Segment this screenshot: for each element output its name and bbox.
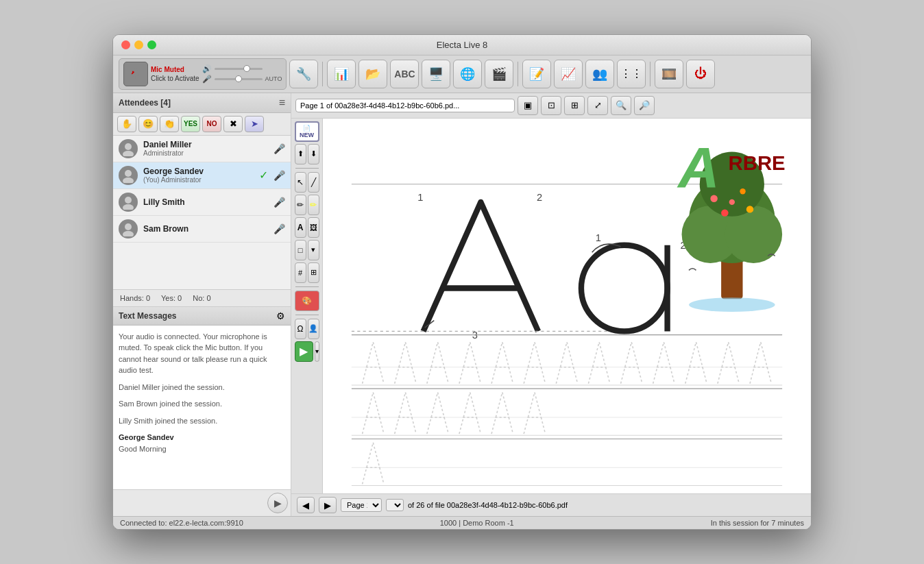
- auto-label: AUTO: [265, 75, 282, 82]
- new-tool-row: 📄 NEW: [295, 121, 319, 142]
- attendee-row[interactable]: Daniel Miller Administrator 🎤: [113, 136, 291, 162]
- line-tool[interactable]: ╱: [308, 172, 319, 193]
- chat-settings-icon[interactable]: ⚙: [276, 310, 285, 321]
- attendee-info: Lilly Smith: [143, 197, 268, 207]
- text-button[interactable]: ABC: [390, 60, 419, 88]
- toolbar-sep-3: [650, 62, 651, 86]
- attendee-row[interactable]: Sam Brown 🎤: [113, 216, 291, 243]
- close-button[interactable]: [121, 40, 130, 49]
- stats-button[interactable]: 📈: [554, 60, 583, 88]
- video-button[interactable]: 🎬: [485, 60, 513, 88]
- yes-stat: Yes: 0: [161, 294, 182, 302]
- emoji-button[interactable]: 😊: [138, 116, 158, 132]
- page-select[interactable]: Page 1 of 00a28e3f-4d48-4b12-b9bc-60b6.p…: [295, 99, 515, 112]
- activities-button[interactable]: ⋮⋮: [617, 60, 646, 88]
- speaker-slider[interactable]: [215, 68, 263, 70]
- attendees-menu-icon[interactable]: ≡: [279, 97, 285, 109]
- media-button[interactable]: 🎞️: [655, 60, 683, 88]
- body-area: Attendees [4] ≡ ✋ 😊 👏 YES NO ✖ ➤: [113, 93, 811, 516]
- wb-zoomout-btn[interactable]: 🔎: [634, 96, 655, 115]
- notes-button[interactable]: 📝: [522, 60, 551, 88]
- folder-button[interactable]: 📂: [358, 60, 387, 88]
- draw-row: ✏ ✏: [295, 195, 319, 215]
- new-button[interactable]: 📄 NEW: [295, 121, 319, 142]
- color-tool[interactable]: 🎨: [295, 291, 319, 311]
- attendee-name: Sam Brown: [143, 224, 268, 234]
- wb-view-btn[interactable]: ▣: [518, 96, 538, 115]
- session-time: In this session for 7 minutes: [711, 519, 804, 527]
- screen-button[interactable]: 🖥️: [422, 60, 450, 88]
- chat-sender: George Sandev: [119, 432, 285, 443]
- omega-tool[interactable]: Ω: [295, 319, 306, 339]
- sidebar: Attendees [4] ≡ ✋ 😊 👏 YES NO ✖ ➤: [113, 93, 291, 516]
- charts-button[interactable]: 📊: [327, 60, 356, 88]
- avatar-tool[interactable]: 👤: [308, 319, 319, 339]
- web-button[interactable]: 🌐: [453, 60, 482, 88]
- table-tool[interactable]: ⊞: [308, 262, 319, 283]
- hands-stat: Hands: 0: [120, 294, 150, 302]
- attendee-row[interactable]: Lilly Smith 🎤: [113, 189, 291, 216]
- toolbar-sep-2: [518, 62, 518, 86]
- grid-tool[interactable]: #: [295, 262, 306, 283]
- attendees-actions: ✋ 😊 👏 YES NO ✖ ➤: [113, 113, 291, 136]
- raise-hand-button[interactable]: ✋: [117, 116, 136, 132]
- wb-zoom-btn[interactable]: 🔍: [611, 96, 631, 115]
- arrow-button[interactable]: ➤: [245, 116, 264, 132]
- window-title: Electa Live 8: [437, 40, 487, 50]
- play-button[interactable]: ▶: [295, 341, 313, 362]
- wb-split-btn[interactable]: ⊞: [564, 96, 585, 115]
- mic-icon: 🎤: [273, 143, 285, 154]
- users-button[interactable]: 👥: [585, 60, 614, 88]
- mic-status-text: Mic Muted Click to Activate: [151, 65, 199, 83]
- no-button[interactable]: NO: [202, 116, 221, 132]
- svg-point-31: [710, 195, 717, 201]
- pencil-tool[interactable]: ✏: [295, 195, 306, 215]
- svg-text:A: A: [677, 136, 719, 200]
- list-item: George Sandev Good Morning: [119, 432, 285, 454]
- next-page-button[interactable]: ▶: [319, 497, 337, 513]
- wb-nav-bar: ◀ ▶ Page 1 of 26 of file 00a28e3f-4d48-4…: [291, 493, 811, 516]
- yes-button[interactable]: YES: [181, 116, 200, 132]
- delete-button[interactable]: ⬇: [308, 144, 319, 164]
- prev-page-button[interactable]: ◀: [297, 497, 315, 513]
- text-tool[interactable]: A: [295, 217, 306, 238]
- settings-button[interactable]: 🔧: [289, 60, 318, 88]
- wb-expand-btn[interactable]: ⤢: [587, 96, 608, 115]
- page-number-select[interactable]: Page 1: [341, 498, 382, 512]
- clap-button[interactable]: 👏: [160, 116, 179, 132]
- mic-slider[interactable]: [215, 78, 263, 80]
- minimize-button[interactable]: [134, 40, 143, 49]
- svg-point-35: [729, 199, 735, 204]
- highlight-tool[interactable]: ✏: [308, 195, 319, 215]
- svg-line-4: [132, 71, 134, 73]
- wb-fit-btn[interactable]: ⊡: [541, 96, 561, 115]
- maximize-button[interactable]: [147, 40, 156, 49]
- select-row: ↖ ╱: [295, 172, 319, 193]
- mic-click-label: Click to Activate: [151, 74, 199, 83]
- text-messages-title: Text Messages: [119, 311, 177, 321]
- rect-tool[interactable]: □: [295, 240, 306, 260]
- svg-point-34: [746, 206, 753, 212]
- svg-rect-0: [134, 68, 138, 75]
- power-button[interactable]: ⏻: [686, 60, 715, 88]
- toolbar-sep-1: [322, 62, 323, 86]
- image-tool[interactable]: 🖼: [308, 217, 319, 238]
- upload-button[interactable]: ⬆: [295, 144, 306, 164]
- select-tool[interactable]: ↖: [295, 172, 306, 193]
- mic-button[interactable]: [123, 62, 148, 86]
- svg-point-32: [740, 188, 745, 194]
- avatar: [119, 219, 138, 238]
- mic-icon: 🎤: [273, 170, 285, 181]
- attendee-info: Sam Brown: [143, 224, 268, 234]
- wb-left-tools: 📄 NEW ⬆ ⬇ ↖ ╱ ✏ ✏: [291, 119, 323, 493]
- page-dropdown[interactable]: [386, 499, 404, 511]
- send-button[interactable]: ▶: [267, 493, 288, 513]
- attendee-row[interactable]: George Sandev (You) Administrator ✓ 🎤: [113, 162, 291, 189]
- play-dropdown[interactable]: ▾: [315, 341, 319, 362]
- wb-toolbar: Page 1 of 00a28e3f-4d48-4b12-b9bc-60b6.p…: [291, 93, 811, 119]
- svg-point-12: [123, 231, 134, 236]
- whiteboard-area: Page 1 of 00a28e3f-4d48-4b12-b9bc-60b6.p…: [291, 93, 811, 516]
- shape-dropdown[interactable]: ▾: [308, 240, 319, 260]
- app-toolbar: Mic Muted Click to Activate 🔊 🎤 AUTO 🔧: [113, 56, 811, 93]
- clear-button[interactable]: ✖: [223, 116, 243, 132]
